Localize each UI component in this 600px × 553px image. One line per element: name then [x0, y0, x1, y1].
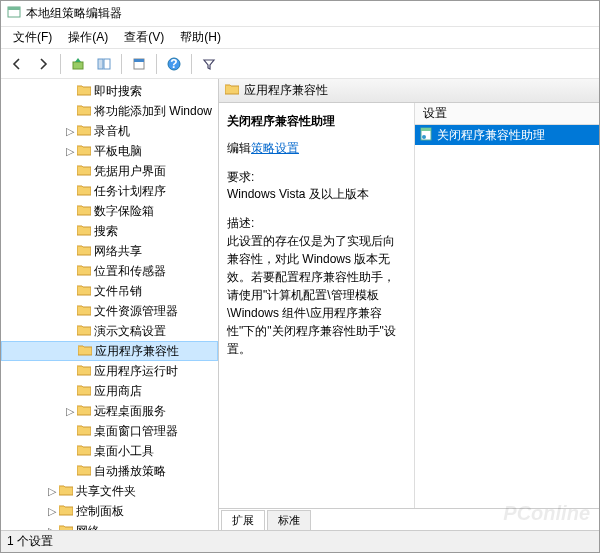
tree-item[interactable]: 自动播放策略: [1, 461, 218, 481]
status-text: 1 个设置: [7, 533, 53, 550]
folder-icon: [77, 384, 91, 399]
tree-item-label: 远程桌面服务: [94, 403, 166, 420]
help-button[interactable]: ?: [162, 52, 186, 76]
detail-desc-text: 此设置的存在仅是为了实现后向兼容性，对此 Windows 版本无效。若要配置程序…: [227, 232, 406, 358]
svg-rect-3: [98, 59, 103, 69]
folder-icon: [77, 424, 91, 439]
separator: [191, 54, 192, 74]
detail-title: 关闭程序兼容性助理: [227, 113, 406, 130]
tree-item-label: 任务计划程序: [94, 183, 166, 200]
back-button[interactable]: [5, 52, 29, 76]
tab-std[interactable]: 标准: [267, 510, 311, 530]
folder-icon: [77, 204, 91, 219]
menu-view[interactable]: 查看(V): [116, 27, 172, 48]
tree-item-label: 控制面板: [76, 503, 124, 520]
tree-item[interactable]: 演示文稿设置: [1, 321, 218, 341]
statusbar: 1 个设置: [1, 530, 599, 552]
tree-item-label: 录音机: [94, 123, 130, 140]
tree-item-label: 平板电脑: [94, 143, 142, 160]
tree-item[interactable]: 文件吊销: [1, 281, 218, 301]
folder-icon: [77, 164, 91, 179]
tab-ext[interactable]: 扩展: [221, 510, 265, 530]
tree-item[interactable]: ▷共享文件夹: [1, 481, 218, 501]
menu-help[interactable]: 帮助(H): [172, 27, 229, 48]
tree-item[interactable]: ▷控制面板: [1, 501, 218, 521]
tree-item[interactable]: 位置和传感器: [1, 261, 218, 281]
expander-icon[interactable]: ▷: [63, 405, 77, 418]
right-pane: 应用程序兼容性 关闭程序兼容性助理 编辑策略设置 要求: Windows Vis…: [219, 79, 599, 530]
tree-item-label: 凭据用户界面: [94, 163, 166, 180]
list-rows: 关闭程序兼容性助理: [415, 125, 599, 145]
separator: [60, 54, 61, 74]
tree-item-label: 应用程序兼容性: [95, 343, 179, 360]
tree-item-label: 文件资源管理器: [94, 303, 178, 320]
folder-icon: [77, 284, 91, 299]
tree-item[interactable]: 应用程序兼容性: [1, 341, 218, 361]
tree-item-label: 网络: [76, 523, 100, 531]
toolbar: ?: [1, 49, 599, 79]
tree-item[interactable]: 桌面小工具: [1, 441, 218, 461]
folder-icon: [77, 84, 91, 99]
folder-icon: [77, 304, 91, 319]
folder-icon: [77, 144, 91, 159]
folder-icon: [77, 444, 91, 459]
tree-item-label: 桌面小工具: [94, 443, 154, 460]
tree-item[interactable]: 桌面窗口管理器: [1, 421, 218, 441]
menu-action[interactable]: 操作(A): [60, 27, 116, 48]
expander-icon[interactable]: ▷: [63, 125, 77, 138]
list-column-header[interactable]: 设置: [415, 103, 599, 125]
tree-item[interactable]: 文件资源管理器: [1, 301, 218, 321]
svg-point-15: [422, 135, 426, 139]
folder-icon: [77, 404, 91, 419]
tree-item[interactable]: ▷网络: [1, 521, 218, 530]
tree-item-label: 演示文稿设置: [94, 323, 166, 340]
folder-icon: [225, 83, 239, 98]
folder-icon: [77, 244, 91, 259]
right-header: 应用程序兼容性: [219, 79, 599, 103]
tree-item[interactable]: 即时搜索: [1, 81, 218, 101]
svg-rect-14: [421, 128, 431, 131]
detail-desc-label: 描述:: [227, 215, 406, 232]
right-header-title: 应用程序兼容性: [244, 82, 328, 99]
tree-item-label: 应用商店: [94, 383, 142, 400]
tree-item[interactable]: 搜索: [1, 221, 218, 241]
up-button[interactable]: [66, 52, 90, 76]
tree-item-label: 网络共享: [94, 243, 142, 260]
expander-icon[interactable]: ▷: [45, 485, 59, 498]
tree-item[interactable]: 应用商店: [1, 381, 218, 401]
window-title: 本地组策略编辑器: [26, 5, 122, 22]
forward-button[interactable]: [31, 52, 55, 76]
folder-icon: [77, 264, 91, 279]
tree-pane[interactable]: 即时搜索将功能添加到 Window▷录音机▷平板电脑凭据用户界面任务计划程序数字…: [1, 79, 219, 530]
tree-item-label: 文件吊销: [94, 283, 142, 300]
tree-item[interactable]: 应用程序运行时: [1, 361, 218, 381]
folder-icon: [77, 324, 91, 339]
expander-icon[interactable]: ▷: [63, 145, 77, 158]
folder-icon: [59, 504, 73, 519]
tree-item[interactable]: 凭据用户界面: [1, 161, 218, 181]
folder-icon: [59, 484, 73, 499]
show-hide-button[interactable]: [92, 52, 116, 76]
tree-item[interactable]: 任务计划程序: [1, 181, 218, 201]
tree-item[interactable]: 将功能添加到 Window: [1, 101, 218, 121]
detail-req: 要求: Windows Vista 及以上版本: [227, 169, 406, 203]
separator: [156, 54, 157, 74]
svg-rect-6: [134, 59, 144, 62]
tree-item-label: 共享文件夹: [76, 483, 136, 500]
filter-button[interactable]: [197, 52, 221, 76]
tree-item[interactable]: ▷平板电脑: [1, 141, 218, 161]
detail-pane: 关闭程序兼容性助理 编辑策略设置 要求: Windows Vista 及以上版本…: [219, 103, 415, 508]
tree-item[interactable]: ▷远程桌面服务: [1, 401, 218, 421]
content: 即时搜索将功能添加到 Window▷录音机▷平板电脑凭据用户界面任务计划程序数字…: [1, 79, 599, 530]
list-item[interactable]: 关闭程序兼容性助理: [415, 125, 599, 145]
tree-item[interactable]: ▷录音机: [1, 121, 218, 141]
tree-item[interactable]: 数字保险箱: [1, 201, 218, 221]
edit-policy-link[interactable]: 策略设置: [251, 141, 299, 155]
folder-icon: [77, 464, 91, 479]
tree-item-label: 位置和传感器: [94, 263, 166, 280]
menu-file[interactable]: 文件(F): [5, 27, 60, 48]
expander-icon[interactable]: ▷: [45, 505, 59, 518]
properties-button[interactable]: [127, 52, 151, 76]
tree-item-label: 应用程序运行时: [94, 363, 178, 380]
tree-item[interactable]: 网络共享: [1, 241, 218, 261]
